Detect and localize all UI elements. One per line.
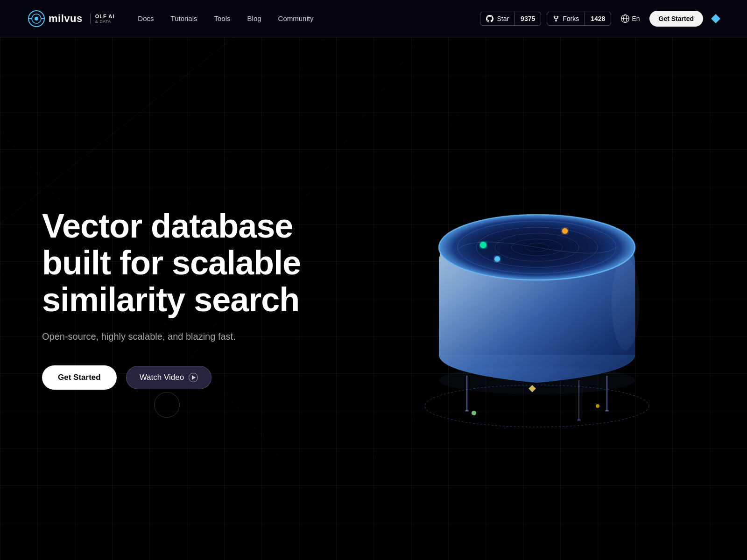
hero-content: Vector database built for scalable simil… [0,208,301,390]
github-star-text: Star [497,15,509,22]
globe-icon [620,14,630,23]
play-triangle [192,375,196,380]
hero-subtitle: Open-source, highly scalable, and blazin… [42,331,301,342]
nav-link-community[interactable]: Community [278,14,314,22]
nav-get-started-button[interactable]: Get Started [649,11,703,27]
nav-link-blog[interactable]: Blog [247,14,261,22]
svg-point-38 [612,257,640,350]
svg-point-31 [465,410,469,412]
lang-text: En [632,15,640,22]
language-selector[interactable]: En [617,11,643,26]
github-star-button[interactable]: Star 9375 [480,12,541,26]
hero-title-line2: built for scalable [42,244,301,281]
lfai-line1: OLF AI [95,14,115,19]
github-star-count: 9375 [515,12,541,25]
fork-icon [553,15,559,22]
nav-link-docs[interactable]: Docs [138,14,154,22]
svg-point-36 [596,404,599,408]
milvus-logo[interactable]: milvus [28,10,83,27]
watch-video-label: Watch Video [140,373,184,382]
diamond-accent [711,14,720,23]
play-icon [189,373,198,382]
circle-decoration [154,392,180,418]
nav-right: Star 9375 Forks 1428 En Get Started [480,11,719,27]
lfai-line2: & DATA [95,19,111,24]
svg-point-32 [605,410,609,412]
forks-button[interactable]: Forks 1428 [547,12,611,26]
nav-link-tutorials[interactable]: Tutorials [171,14,197,22]
svg-point-2 [35,17,38,21]
github-star-label-area: Star [480,12,515,25]
hero-get-started-button[interactable]: Get Started [42,365,117,390]
github-icon [486,15,493,22]
hero-watch-video-button[interactable]: Watch Video [126,366,211,389]
svg-point-25 [480,242,486,248]
hero-title-line1: Vector database [42,207,293,245]
lfai-badge: OLF AI & DATA [90,14,115,24]
svg-point-27 [494,256,500,262]
forks-label-area: Forks [547,12,585,25]
svg-point-34 [472,411,476,415]
hero-title-line3: similarity search [42,281,299,318]
nav-link-tools[interactable]: Tools [214,14,231,22]
svg-point-26 [562,228,568,234]
hero-title: Vector database built for scalable simil… [42,208,301,319]
forks-count: 1428 [585,12,611,25]
forks-text: Forks [563,15,579,22]
hero-buttons: Get Started Watch Video [42,365,301,390]
logo-text: milvus [49,13,83,25]
svg-line-9 [0,37,233,224]
hero-section: Vector database built for scalable simil… [0,37,747,560]
hero-visual [327,37,747,560]
nav-links: Docs Tutorials Tools Blog Community [138,14,480,22]
navbar: milvus OLF AI & DATA Docs Tutorials Tool… [0,0,747,37]
cylinder-visual [397,154,677,443]
logo-area: milvus OLF AI & DATA [28,10,114,27]
svg-point-33 [577,419,581,421]
milvus-logo-icon [28,10,45,27]
